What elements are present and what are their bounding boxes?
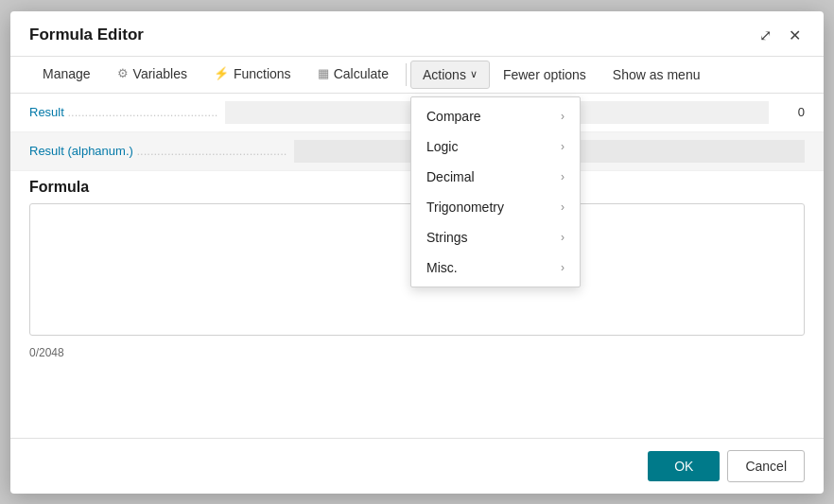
toolbar: Manage ⚙ Variables ⚡ Functions ▦ Calcula… <box>10 57 824 94</box>
dialog-title: Formula Editor <box>29 26 144 44</box>
tab-functions-label: Functions <box>234 66 291 81</box>
chevron-right-icon: › <box>561 200 565 214</box>
dropdown-item-logic[interactable]: Logic › <box>411 131 580 162</box>
ok-button[interactable]: OK <box>648 451 720 481</box>
tab-variables-label: Variables <box>133 66 187 81</box>
chevron-right-icon: › <box>561 170 565 183</box>
toolbar-separator <box>406 63 407 86</box>
dialog-header-icons: ⤢ ✕ <box>756 25 805 46</box>
tab-manage-label: Manage <box>43 66 91 81</box>
dropdown-item-compare[interactable]: Compare › <box>411 101 580 131</box>
actions-chevron-icon: ∨ <box>470 68 478 80</box>
dropdown-item-compare-label: Compare <box>426 109 481 124</box>
actions-dropdown: Compare › Logic › Decimal › Trigonometry… <box>410 96 581 287</box>
tab-variables[interactable]: ⚙ Variables <box>104 57 200 93</box>
dropdown-item-decimal-label: Decimal <box>426 169 475 184</box>
close-icon: ✕ <box>789 27 801 43</box>
dropdown-item-strings-label: Strings <box>426 230 468 245</box>
dropdown-item-misc[interactable]: Misc. › <box>411 252 580 283</box>
dropdown-item-decimal[interactable]: Decimal › <box>411 162 580 192</box>
tab-calculate-label: Calculate <box>334 66 389 81</box>
dropdown-item-logic-label: Logic <box>426 139 458 154</box>
dropdown-item-trigonometry[interactable]: Trigonometry › <box>411 192 580 222</box>
formula-editor-dialog: Formula Editor ⤢ ✕ Manage ⚙ Variables ⚡ … <box>10 11 824 494</box>
dropdown-item-misc-label: Misc. <box>426 260 458 275</box>
dialog-footer: OK Cancel <box>10 438 824 494</box>
result-alphanum-label: Result (alphanum.) <box>29 144 287 158</box>
tab-manage[interactable]: Manage <box>29 57 104 93</box>
tab-calculate[interactable]: ▦ Calculate <box>304 57 402 93</box>
chevron-right-icon: › <box>561 140 565 153</box>
show-as-menu-button[interactable]: Show as menu <box>599 58 714 92</box>
chevron-right-icon: › <box>561 261 565 274</box>
actions-container: Actions ∨ Compare › Logic › Decimal › <box>410 61 490 89</box>
show-as-menu-label: Show as menu <box>613 67 701 82</box>
tab-functions[interactable]: ⚡ Functions <box>200 57 304 93</box>
result-label: Result <box>29 105 217 119</box>
result-value: 0 <box>776 105 805 119</box>
expand-icon: ⤢ <box>759 27 772 43</box>
actions-label: Actions <box>423 67 466 82</box>
fewer-options-button[interactable]: Fewer options <box>490 58 599 92</box>
formula-counter: 0/2048 <box>10 342 824 363</box>
actions-button[interactable]: Actions ∨ <box>410 61 490 89</box>
dropdown-item-trigonometry-label: Trigonometry <box>426 200 504 215</box>
calculate-icon: ▦ <box>318 66 329 80</box>
close-button[interactable]: ✕ <box>785 25 805 46</box>
cancel-button[interactable]: Cancel <box>727 450 805 482</box>
variables-icon: ⚙ <box>117 66 129 80</box>
chevron-right-icon: › <box>561 110 565 123</box>
expand-button[interactable]: ⤢ <box>756 25 775 46</box>
dialog-header: Formula Editor ⤢ ✕ <box>10 11 824 57</box>
fewer-options-label: Fewer options <box>503 67 586 82</box>
chevron-right-icon: › <box>561 231 565 244</box>
functions-icon: ⚡ <box>214 66 229 80</box>
dropdown-item-strings[interactable]: Strings › <box>411 222 580 252</box>
